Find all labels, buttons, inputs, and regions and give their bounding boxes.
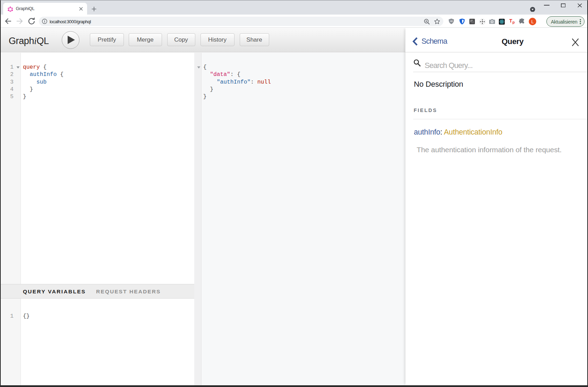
svg-text:p: p — [512, 20, 515, 24]
svg-text:L: L — [531, 19, 534, 24]
svg-text:U0: U0 — [450, 20, 453, 22]
svg-text:T: T — [509, 18, 512, 24]
